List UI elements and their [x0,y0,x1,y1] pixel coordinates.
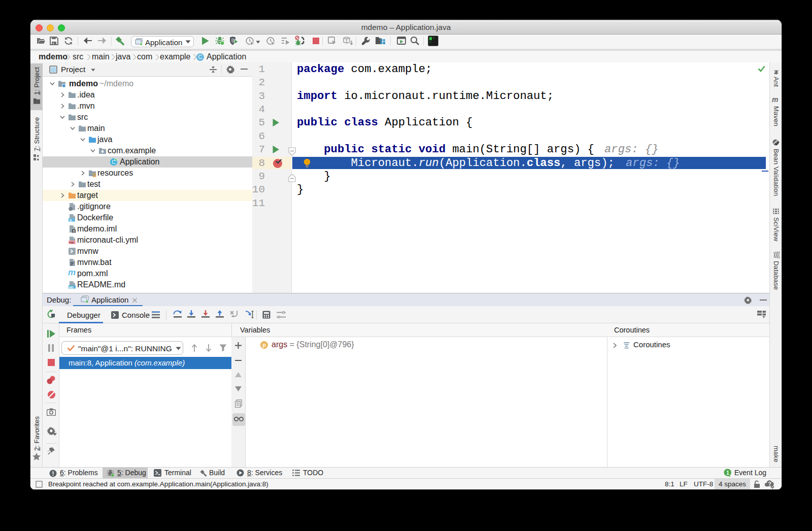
svg-text:YML: YML [69,241,75,244]
svg-text:?: ? [768,481,771,487]
svg-text:MD: MD [69,286,74,289]
svg-text:D: D [70,219,72,222]
svg-text:1: 1 [726,470,729,476]
